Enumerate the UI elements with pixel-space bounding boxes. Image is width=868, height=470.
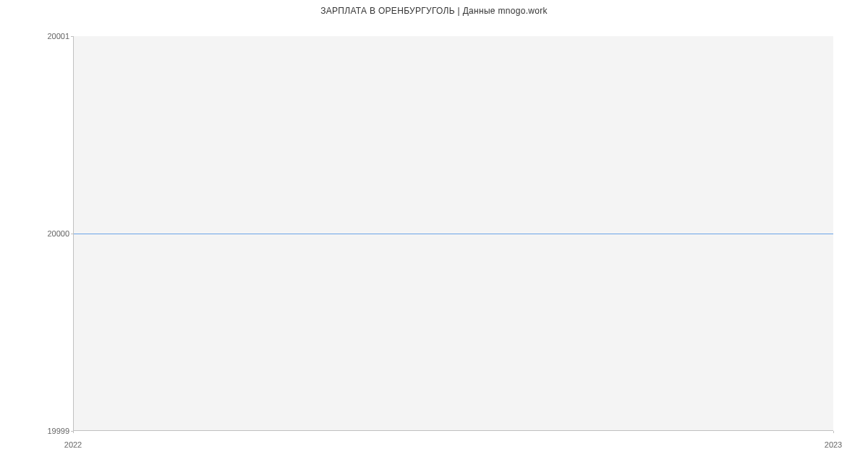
y-axis-tick-label: 20001 <box>47 32 69 40</box>
x-axis-tick-mark <box>73 431 74 433</box>
data-line <box>74 234 833 234</box>
chart-title: ЗАРПЛАТА В ОРЕНБУРГУГОЛЬ | Данные mnogo.… <box>0 6 868 16</box>
plot-area <box>73 36 833 431</box>
y-axis-tick-label: 20000 <box>47 229 69 238</box>
x-axis-tick-label: 2023 <box>825 440 842 449</box>
x-axis-tick-label: 2022 <box>64 440 82 449</box>
x-axis-tick-mark <box>833 431 834 433</box>
y-axis-tick-label: 19999 <box>47 427 69 435</box>
chart-container: ЗАРПЛАТА В ОРЕНБУРГУГОЛЬ | Данные mnogo.… <box>0 0 868 448</box>
